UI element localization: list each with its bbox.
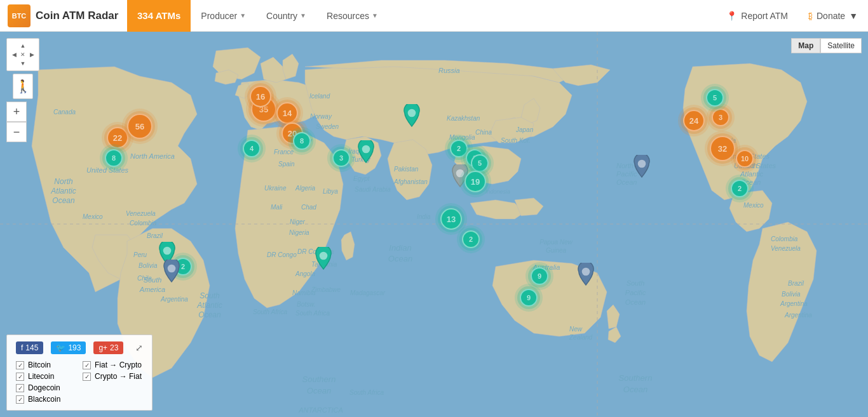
nav-producer[interactable]: Producer ▼: [191, 0, 256, 31]
map-marker[interactable]: [403, 104, 421, 129]
svg-text:Botsw.: Botsw.: [297, 301, 315, 308]
svg-text:Guinea: Guinea: [546, 247, 567, 254]
map-marker[interactable]: 56: [127, 114, 153, 139]
map-marker[interactable]: 9: [531, 267, 548, 285]
pan-ne[interactable]: [27, 41, 36, 50]
donate-link[interactable]: ₿ Donate ▼: [798, 0, 868, 31]
legend-grid: Bitcoin Fiat → Crypto Litecoin Crypto → …: [16, 361, 143, 404]
pan-nw[interactable]: [10, 41, 18, 50]
svg-text:Brazil: Brazil: [147, 232, 163, 239]
svg-text:Ocean: Ocean: [625, 298, 646, 306]
svg-text:Nigeria: Nigeria: [289, 229, 309, 236]
map-marker[interactable]: 8: [293, 132, 311, 150]
svg-text:Colombia: Colombia: [130, 220, 157, 227]
atm-count-badge[interactable]: 334 ATMs: [127, 0, 191, 32]
map-marker[interactable]: [577, 263, 595, 288]
zoom-in-button[interactable]: +: [6, 102, 27, 122]
map-marker[interactable]: 13: [440, 208, 462, 230]
pan-control[interactable]: ▲ ◀ ✕ ▶ ▼: [6, 38, 39, 71]
map-marker[interactable]: 24: [683, 110, 705, 131]
svg-text:Canada: Canada: [53, 109, 76, 116]
map-marker[interactable]: 19: [465, 171, 486, 192]
map-marker[interactable]: [163, 260, 180, 284]
twitter-count: 193: [68, 343, 81, 352]
map-marker[interactable]: 5: [706, 89, 724, 107]
facebook-share-button[interactable]: f 145: [16, 341, 43, 354]
svg-text:Venezuela: Venezuela: [771, 245, 801, 252]
fiat-crypto-checkbox[interactable]: [83, 361, 91, 369]
svg-point-94: [320, 251, 328, 260]
svg-text:Ocean: Ocean: [307, 386, 331, 395]
chevron-down-icon: ▼: [849, 11, 858, 21]
svg-text:North America: North America: [130, 152, 175, 160]
svg-text:Niger: Niger: [290, 218, 306, 225]
svg-text:Afghanistan: Afghanistan: [393, 178, 428, 185]
legend-panel: f 145 🐦 193 g+ 23 ⤢ Bitcoin Fiat → Crypt…: [6, 334, 153, 411]
svg-point-99: [638, 159, 646, 168]
map-marker[interactable]: 3: [332, 149, 350, 167]
svg-text:Mexico: Mexico: [83, 213, 103, 220]
svg-point-95: [163, 246, 172, 255]
svg-text:Colombia: Colombia: [771, 235, 798, 242]
svg-text:Zimbabwe: Zimbabwe: [311, 286, 341, 293]
svg-text:South Africa: South Africa: [349, 389, 384, 396]
twitter-icon: 🐦: [56, 343, 65, 352]
map-type-satellite[interactable]: Satellite: [820, 38, 862, 53]
pan-w[interactable]: ◀: [10, 50, 18, 59]
svg-text:Kazakhstan: Kazakhstan: [447, 115, 480, 122]
map-container[interactable]: North Atlantic Ocean South Atlantic Ocea…: [0, 32, 868, 417]
svg-text:Algeria: Algeria: [295, 185, 316, 192]
svg-text:Argentina: Argentina: [784, 312, 812, 319]
googleplus-share-button[interactable]: g+ 23: [93, 341, 123, 354]
svg-text:America: America: [139, 286, 165, 293]
dogecoin-checkbox[interactable]: [16, 384, 24, 392]
zoom-out-button[interactable]: −: [6, 122, 27, 142]
map-marker[interactable]: 2: [731, 180, 749, 197]
expand-button[interactable]: ⤢: [135, 343, 143, 353]
svg-text:Japan: Japan: [515, 126, 534, 133]
svg-text:Angola: Angola: [295, 270, 316, 277]
svg-text:Egypt: Egypt: [353, 175, 370, 182]
litecoin-checkbox[interactable]: [16, 373, 24, 381]
litecoin-label: Litecoin: [28, 372, 54, 381]
svg-text:North: North: [616, 162, 634, 169]
map-marker[interactable]: [315, 247, 332, 272]
report-atm-link[interactable]: 📍 Report ATM: [716, 0, 798, 31]
zoom-controls: + −: [6, 102, 39, 142]
blackcoin-checkbox[interactable]: [16, 395, 24, 404]
svg-text:Pakistan: Pakistan: [394, 166, 419, 173]
map-marker[interactable]: 8: [105, 149, 123, 167]
pan-e[interactable]: ▶: [27, 50, 36, 59]
svg-text:Pacific: Pacific: [625, 289, 646, 296]
svg-text:Atlantic: Atlantic: [50, 187, 76, 195]
pan-n[interactable]: ▲: [18, 41, 27, 50]
map-marker[interactable]: 16: [250, 86, 271, 107]
svg-text:Ukraine: Ukraine: [264, 185, 287, 192]
svg-text:Atlantic: Atlantic: [196, 301, 222, 310]
street-view-control[interactable]: 🚶: [13, 74, 33, 99]
svg-text:Mexico: Mexico: [743, 202, 764, 209]
svg-text:Argentina: Argentina: [780, 300, 808, 307]
nav-country[interactable]: Country ▼: [256, 0, 316, 31]
svg-text:Southern: Southern: [302, 374, 336, 384]
crypto-fiat-checkbox[interactable]: [83, 373, 91, 381]
nav-resources[interactable]: Resources ▼: [316, 0, 388, 31]
svg-text:Papua New: Papua New: [539, 239, 573, 246]
map-marker[interactable]: 4: [243, 140, 261, 157]
pan-sw[interactable]: [10, 59, 18, 68]
svg-point-92: [408, 109, 416, 117]
svg-text:Indian: Indian: [389, 243, 411, 253]
map-marker[interactable]: [357, 140, 375, 165]
map-marker[interactable]: 9: [520, 289, 538, 307]
map-type-map[interactable]: Map: [791, 38, 820, 53]
map-marker[interactable]: 10: [736, 150, 754, 168]
pan-se[interactable]: [27, 59, 36, 68]
map-marker[interactable]: 2: [462, 230, 480, 248]
twitter-share-button[interactable]: 🐦 193: [51, 341, 86, 354]
map-marker[interactable]: [633, 155, 651, 180]
svg-text:New: New: [569, 326, 583, 333]
map-type-controls: Map Satellite: [791, 38, 862, 53]
bitcoin-checkbox[interactable]: [16, 361, 24, 369]
svg-text:Bolivia: Bolivia: [782, 291, 801, 298]
pan-s[interactable]: ▼: [18, 59, 27, 68]
